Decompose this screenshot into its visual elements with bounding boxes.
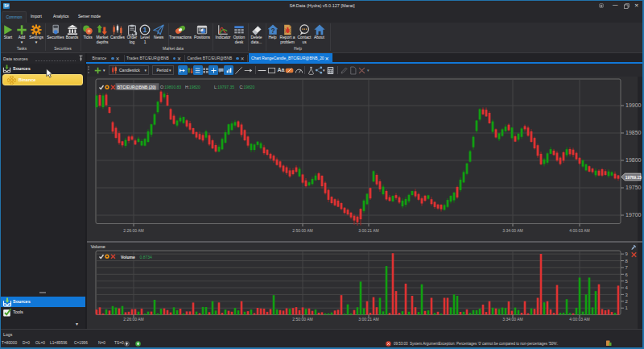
svg-text:2:50:00 AM: 2:50:00 AM xyxy=(292,317,312,322)
svg-text:19800: 19800 xyxy=(625,157,642,163)
svg-text:4:00:03 AM: 4:00:03 AM xyxy=(569,228,589,233)
svg-text:19850: 19850 xyxy=(625,130,642,135)
svg-text:19700: 19700 xyxy=(625,212,642,218)
svg-text:L:19797.35: L:19797.35 xyxy=(214,85,234,89)
svg-text:O:19800.83: O:19800.83 xyxy=(160,85,181,89)
svg-text:C:19820: C:19820 xyxy=(240,85,255,89)
svg-text:19900: 19900 xyxy=(625,102,642,108)
svg-text:19750: 19750 xyxy=(625,185,642,190)
svg-text:3:00:21 AM: 3:00:21 AM xyxy=(358,228,378,233)
svg-text:3:00:21 AM: 3:00:21 AM xyxy=(358,317,378,322)
svg-text:2:26:00 AM: 2:26:00 AM xyxy=(123,228,143,233)
svg-text:2:50:00 AM: 2:50:00 AM xyxy=(292,228,312,233)
svg-text:Volume: Volume xyxy=(91,244,105,249)
svg-text:3:34:00 AM: 3:34:00 AM xyxy=(502,228,522,233)
svg-text:4:00:03 AM: 4:00:03 AM xyxy=(569,317,589,322)
svg-text:19769.15: 19769.15 xyxy=(625,176,642,180)
svg-text:2:26:00 AM: 2:26:00 AM xyxy=(123,317,143,322)
svg-text:3:34:00 AM: 3:34:00 AM xyxy=(502,317,522,322)
svg-text:H:19820: H:19820 xyxy=(185,85,200,89)
svg-text:Volume: Volume xyxy=(121,255,135,260)
svg-text:0.8734: 0.8734 xyxy=(140,255,153,260)
svg-text:BTC/EUR@BNB (20): BTC/EUR@BNB (20) xyxy=(118,85,157,89)
